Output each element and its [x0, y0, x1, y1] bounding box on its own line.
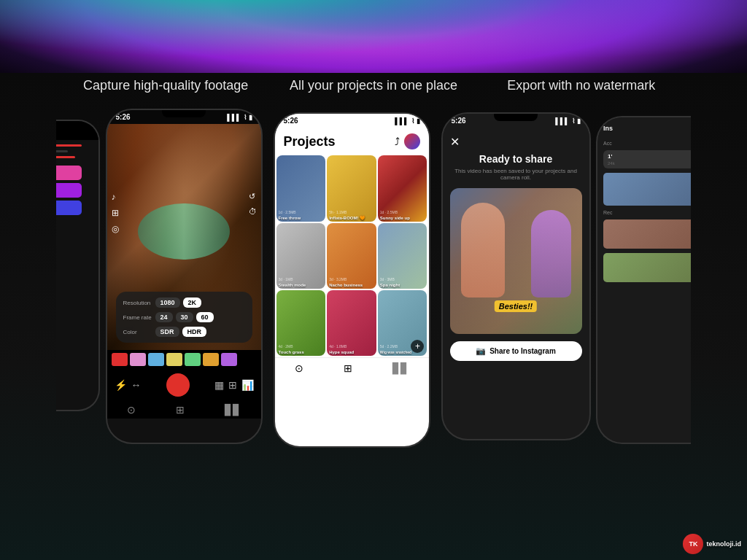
swatch-pink[interactable]	[130, 353, 146, 366]
swatch-orange[interactable]	[203, 353, 219, 366]
person-2-silhouette	[531, 210, 571, 298]
framerate-label: Frame rate	[123, 314, 152, 321]
res-2k[interactable]: 2K	[183, 298, 202, 308]
export-video-thumb: Besties!!	[450, 188, 582, 334]
captions-row: Capture high-quality footage All your pr…	[0, 62, 747, 101]
projects-header-actions[interactable]: ⤴	[395, 133, 420, 149]
camera-right-actions[interactable]: ▦ ⊞ 📊	[214, 379, 254, 391]
camera-status-icons: ▌▌▌ ⌇ ▮	[227, 114, 252, 121]
right-thumb-1[interactable]	[603, 173, 691, 206]
cam-nav-grid[interactable]: ⊞	[176, 404, 185, 416]
color-swatches	[107, 350, 261, 369]
project-item-2[interactable]: Inflata-BOOM! 🧡 5h · 1.1MB	[327, 155, 376, 221]
project-3-name: Sunny side up	[380, 216, 410, 220]
project-2-meta: 5h · 1.1MB	[329, 210, 347, 214]
exp-battery-icon: ▮	[577, 117, 581, 125]
flip-icon[interactable]: ↔	[131, 379, 142, 391]
fr-24[interactable]: 24	[155, 312, 173, 322]
phone-notch	[162, 110, 206, 117]
project-6-name: Spa night	[380, 283, 400, 287]
rotate-icon[interactable]: ↺	[249, 192, 257, 201]
export-subtitle: This video has been saved to your projec…	[450, 168, 582, 181]
person-1-silhouette	[461, 203, 505, 298]
caption-1-text: Capture high-quality footage	[83, 78, 248, 93]
swatch-purple[interactable]	[221, 353, 237, 366]
project-7-meta: 4d · 2MB	[279, 344, 293, 349]
color-hdr[interactable]: HDR	[182, 327, 207, 337]
camera-side-icons[interactable]: ♪ ⊞ ◎	[112, 192, 119, 234]
projects-share-icon[interactable]: ⤴	[395, 136, 400, 147]
watermark-brand-text: teknoloji.id	[706, 540, 741, 548]
stats-icon[interactable]: 📊	[241, 379, 254, 391]
caption-2-text: All your projects in one place	[290, 78, 457, 93]
camera-viewfinder: ♪ ⊞ ◎ ↺ ⏱ Resolution	[107, 124, 261, 350]
project-item-3[interactable]: Sunny side up 1d · 2.5MB	[378, 155, 427, 221]
project-8-name: Hype squad	[329, 350, 354, 354]
eye-shadow	[138, 203, 231, 260]
project-item-8[interactable]: Hype squad 4d · 1.8MB	[327, 290, 376, 356]
project-item-9[interactable]: Wig was snatched 5d · 2.2MB +	[378, 290, 427, 356]
project-6-meta: 3d · 3MB	[380, 277, 395, 281]
gallery-icon[interactable]: ▦	[214, 379, 224, 391]
music-icon[interactable]: ♪	[112, 192, 119, 202]
effects-icon[interactable]: ⊞	[112, 208, 119, 218]
projects-time: 5:26	[284, 117, 298, 125]
phones-row: 5:26 Sounds ♪ ♪ ♪	[0, 101, 747, 560]
proj-nav-camera[interactable]: ⊙	[295, 362, 303, 374]
project-4-meta: 3d · 1MB	[279, 277, 293, 281]
left-sounds-content: ♪ ♪ ♪	[56, 233, 96, 238]
project-item-7[interactable]: Touch grass 4d · 2MB	[276, 290, 326, 356]
res-1080[interactable]: 1080	[155, 298, 180, 308]
projects-avatar[interactable]	[404, 133, 420, 149]
proj-battery-icon: ▮	[417, 117, 420, 125]
watermark-logo: TK	[683, 534, 703, 554]
camera-time: 5:26	[116, 113, 131, 121]
swatch-red[interactable]	[112, 353, 128, 366]
export-title: Ready to share	[479, 153, 552, 165]
swatch-blue[interactable]	[148, 353, 164, 366]
proj-nav-grid[interactable]: ⊞	[344, 362, 352, 374]
export-notch	[494, 114, 538, 121]
page-content: Capture high-quality footage All your pr…	[0, 0, 747, 560]
fr-30[interactable]: 30	[176, 312, 193, 322]
add-project-btn[interactable]: +	[411, 340, 424, 353]
right-acc-label: Acc	[603, 141, 691, 146]
projects-header: Projects ⤴	[275, 128, 429, 154]
camera-left-actions[interactable]: ⚡ ↔	[115, 379, 142, 391]
projects-title: Projects	[284, 134, 336, 149]
swatch-yellow[interactable]	[166, 353, 182, 366]
project-5-name: Nacho business	[329, 283, 363, 287]
phone-left-partial: 5:26 Sounds ♪ ♪ ♪	[56, 120, 100, 411]
caption-3-text: Export with no watermark	[507, 78, 655, 93]
record-button[interactable]	[166, 373, 190, 397]
project-1-meta: 1d · 2.5MB	[279, 210, 296, 214]
project-9-meta: 5d · 2.2MB	[380, 344, 398, 349]
right-thumb-2[interactable]	[603, 219, 691, 249]
color-label: Color	[123, 329, 152, 335]
cam-nav-stats[interactable]: ▊▊	[225, 404, 241, 416]
color-sdr[interactable]: SDR	[155, 327, 179, 337]
cam-nav-record[interactable]: ⊙	[127, 404, 136, 416]
project-item-5[interactable]: Nacho business 3d · 3.2MB	[327, 223, 376, 289]
camera-right-icons[interactable]: ↺ ⏱	[249, 192, 257, 216]
export-close-btn[interactable]: ✕	[450, 135, 460, 149]
control-panel: Resolution 1080 2K Frame rate 24 30 60	[116, 292, 252, 343]
camera-nav: ⊙ ⊞ ▊▊	[107, 401, 261, 419]
right-thumb-3[interactable]	[603, 253, 691, 282]
speed-icon[interactable]: ⏱	[249, 207, 257, 216]
watermark: TK teknoloji.id	[683, 534, 741, 554]
project-item-6[interactable]: Spa night 3d · 3MB	[378, 223, 427, 289]
projects-notch	[330, 114, 374, 121]
share-instagram-btn[interactable]: 📷 Share to Instagram	[450, 341, 582, 361]
project-item-4[interactable]: Stealth mode 3d · 1MB	[276, 223, 326, 289]
flash-icon[interactable]: ⚡	[115, 379, 127, 391]
exp-signal-icon: ▌▌▌	[555, 117, 569, 125]
wifi-icon: ⌇	[244, 114, 247, 121]
proj-nav-stats[interactable]: ▊▊	[392, 362, 409, 374]
swatch-green[interactable]	[185, 353, 201, 366]
project-7-name: Touch grass	[279, 350, 304, 354]
grid-icon[interactable]: ⊞	[228, 379, 237, 391]
project-item-1[interactable]: Free throw 1d · 2.5MB	[276, 155, 326, 221]
filter-icon[interactable]: ◎	[112, 224, 119, 234]
fr-60[interactable]: 60	[196, 312, 214, 322]
